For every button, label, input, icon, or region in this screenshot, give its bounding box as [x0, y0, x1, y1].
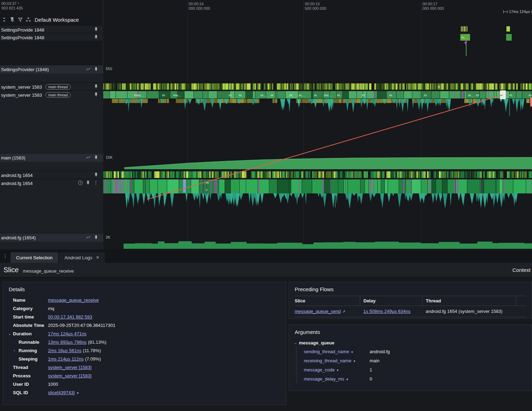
track-shell-0[interactable]: SettingsProvide 1848: [0, 25, 103, 33]
pin-icon[interactable]: [86, 180, 90, 185]
dropdown-caret-icon[interactable]: ▾: [77, 391, 79, 395]
detail-value-cell: message_queue_receive: [48, 297, 99, 303]
chevron-down-icon[interactable]: ⌄: [294, 341, 299, 345]
detail-value-link[interactable]: 13ms 893µs 798ns: [48, 340, 86, 345]
track-shell-3[interactable]: system_server 1583main thread: [0, 82, 103, 90]
pin-icon[interactable]: [94, 67, 98, 71]
detail-label: Sleeping: [19, 356, 48, 362]
show-chart-icon[interactable]: [86, 235, 91, 240]
show-chart-icon[interactable]: [86, 155, 91, 160]
preceding-flows-heading: Preceding Flows: [289, 282, 532, 296]
details-row-duration: ⌄Duration17ms 124µs 471ns: [3, 329, 286, 338]
pin-icon[interactable]: [94, 155, 98, 160]
preceding-flows-card: Preceding Flows SliceDelayThread message…: [289, 282, 532, 319]
pin-icon[interactable]: [94, 35, 98, 39]
argument-group[interactable]: ⌄ message_queue: [289, 338, 532, 347]
detail-value-link[interactable]: 00:00:17.341 982 593: [48, 314, 92, 320]
track-shell-1[interactable]: SettingsProvide 1848: [0, 33, 103, 41]
flow-col-slice: Slice: [295, 296, 360, 306]
pin-icon[interactable]: [94, 27, 98, 32]
external-link-icon: ↗: [342, 309, 345, 314]
counter-scale-label: 10K: [106, 155, 113, 159]
tab-android-logs[interactable]: Android Logs ✕: [59, 252, 105, 263]
flow-col-filler: [516, 296, 526, 306]
detail-value-cell: system_server [1583]: [48, 373, 91, 378]
time-ruler[interactable]: 00:03:37+ 903 821 435 00:00:16000 000 00…: [0, 0, 532, 15]
show-chart-icon[interactable]: [86, 67, 91, 71]
detail-value-cell: 17ms 124µs 471ns: [48, 331, 86, 336]
track-name: SettingsProvide 1848: [1, 27, 44, 33]
detail-percent: (81.13%): [88, 340, 106, 345]
track-shell-7[interactable]: android.fg 1654?⋮: [0, 179, 103, 233]
workspace-icon[interactable]: [26, 17, 31, 22]
argument-key-link[interactable]: sending_thread_name: [304, 349, 349, 354]
chevron-right-icon[interactable]: ›: [14, 348, 19, 352]
detail-value-link[interactable]: slice[439743]: [48, 390, 75, 395]
detail-label: Thread: [13, 365, 48, 370]
detail-value: 2025-09-25T20:47:06.364117301: [48, 323, 115, 328]
selection-title: message_queue_receive: [23, 268, 74, 274]
help-icon[interactable]: ?: [78, 180, 83, 185]
pin-icon[interactable]: [94, 235, 98, 240]
tab-current-selection[interactable]: Current Selection: [10, 252, 58, 263]
dropdown-caret-icon[interactable]: ▾: [337, 368, 338, 372]
track-shell-2[interactable]: SettingsProvider (1848): [0, 65, 103, 82]
details-row-start-time: Start time00:00:17.341 982 593: [3, 313, 286, 321]
ruler-offset: 00:03:37+ 903 821 435: [1, 1, 23, 11]
argument-key-link[interactable]: message_delay_ms: [304, 376, 344, 382]
pin-icon[interactable]: [94, 84, 98, 89]
unpin-all-icon[interactable]: [9, 17, 15, 22]
argument-row-sending_thread_name: sending_thread_name▾android.fg: [296, 347, 532, 356]
detail-value-cell: slice[439743]▾: [48, 390, 79, 395]
detail-value-link[interactable]: message_queue_receive: [48, 297, 99, 303]
details-row-sql-id: SQL IDslice[439743]▾: [3, 388, 286, 397]
dropdown-caret-icon[interactable]: ▾: [351, 350, 353, 354]
detail-value-link[interactable]: 17ms 124µs 471ns: [48, 331, 86, 336]
detail-value-link[interactable]: 1ms 214µs 112ns: [48, 356, 84, 362]
detail-label: Running: [19, 348, 48, 353]
pin-icon[interactable]: [94, 172, 98, 177]
argument-key-link[interactable]: message_code: [304, 367, 335, 372]
context-button[interactable]: Context: [512, 267, 531, 273]
detail-value-link[interactable]: 2ms 16µs 561ns: [48, 348, 82, 353]
track-shell-6[interactable]: android.fg 1654: [0, 171, 103, 179]
timeline-canvas[interactable]: [103, 25, 532, 249]
argument-value: 0: [370, 376, 372, 382]
detail-value-cell: system_server [1583]: [48, 365, 91, 370]
filter-icon[interactable]: [18, 17, 23, 22]
details-row-thread: Threadsystem_server [1583]: [3, 363, 286, 371]
duration-bracket-icon: [503, 10, 507, 13]
dropdown-caret-icon[interactable]: ▾: [354, 359, 355, 363]
detail-label: Duration: [13, 331, 48, 336]
tab-bar: ⋮ Current Selection Android Logs ✕: [0, 249, 532, 263]
argument-key-link[interactable]: receiving_thread_name: [304, 358, 351, 363]
close-icon[interactable]: ✕: [96, 255, 99, 260]
selection-kind: Slice: [4, 266, 19, 274]
detail-value-link[interactable]: system_server [1583]: [48, 373, 91, 378]
dropdown-caret-icon[interactable]: ▾: [346, 377, 348, 381]
workspace-name[interactable]: Default Workspace: [35, 17, 79, 23]
collapse-tracks-icon[interactable]: [1, 17, 7, 22]
flow-col-thread: Thread: [422, 296, 516, 306]
details-card: Details Namemessage_queue_receiveCategor…: [3, 282, 286, 405]
track-shell-5[interactable]: main (1583): [0, 153, 103, 171]
tab-menu-icon[interactable]: ⋮: [0, 253, 10, 259]
track-shell-8[interactable]: android.fg (1654): [0, 233, 103, 249]
track-name: SettingsProvide 1848: [1, 35, 44, 40]
pin-icon[interactable]: [94, 92, 98, 97]
selection-duration-text: 17ms 124µs 471ns: [509, 9, 532, 14]
flow-delay-link[interactable]: 1s 508ms 249µs 634ns: [363, 309, 411, 314]
track-shell-4[interactable]: system_server 1583main thread: [0, 90, 103, 153]
details-heading: Details: [3, 282, 286, 296]
ruler-tick: 00:00:16500 000 000: [305, 2, 326, 11]
details-row-absolute-time: Absolute Time2025-09-25T20:47:06.3641173…: [3, 321, 286, 329]
track-name: system_server 1583: [1, 93, 42, 98]
flow-slice-link[interactable]: message_queue_send: [295, 309, 341, 314]
argument-value: android.fg: [370, 349, 390, 354]
detail-value-link[interactable]: system_server [1583]: [48, 365, 91, 370]
chevron-down-icon[interactable]: ⌄: [8, 331, 13, 336]
argument-value: 1: [370, 367, 372, 372]
track-menu-icon[interactable]: ⋮: [93, 180, 98, 185]
details-row-name: Namemessage_queue_receive: [3, 296, 286, 304]
counter-scale-label: 2K: [106, 235, 110, 239]
